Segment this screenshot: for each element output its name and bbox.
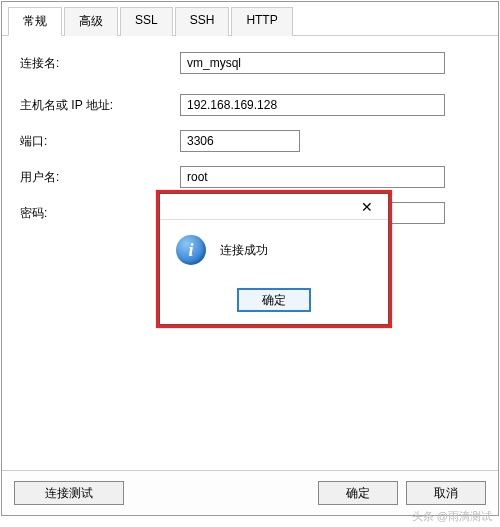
message-dialog: ✕ i 连接成功 确定 — [159, 193, 389, 325]
dialog-message: 连接成功 — [220, 242, 268, 259]
input-host[interactable] — [180, 94, 445, 116]
dialog-ok-button[interactable]: 确定 — [237, 288, 311, 312]
tab-advanced[interactable]: 高级 — [64, 7, 118, 36]
dialog-button-row: 确定 — [160, 280, 388, 324]
ok-button[interactable]: 确定 — [318, 481, 398, 505]
label-user: 用户名: — [20, 169, 180, 186]
highlight-frame: ✕ i 连接成功 确定 — [156, 190, 392, 328]
tab-bar: 常规 高级 SSL SSH HTTP — [2, 2, 498, 36]
label-connection-name: 连接名: — [20, 55, 180, 72]
close-icon[interactable]: ✕ — [350, 196, 384, 218]
tab-ssh[interactable]: SSH — [175, 7, 230, 36]
test-connection-button[interactable]: 连接测试 — [14, 481, 124, 505]
info-icon: i — [176, 235, 206, 265]
input-port[interactable] — [180, 130, 300, 152]
tab-ssl[interactable]: SSL — [120, 7, 173, 36]
tab-general[interactable]: 常规 — [8, 7, 62, 36]
dialog-body: i 连接成功 — [160, 220, 388, 280]
input-connection-name[interactable] — [180, 52, 445, 74]
label-host: 主机名或 IP 地址: — [20, 97, 180, 114]
tab-http[interactable]: HTTP — [231, 7, 292, 36]
cancel-button[interactable]: 取消 — [406, 481, 486, 505]
dialog-titlebar: ✕ — [160, 194, 388, 220]
input-user[interactable] — [180, 166, 445, 188]
label-port: 端口: — [20, 133, 180, 150]
watermark: 头条 @雨滴测试 — [412, 509, 492, 524]
